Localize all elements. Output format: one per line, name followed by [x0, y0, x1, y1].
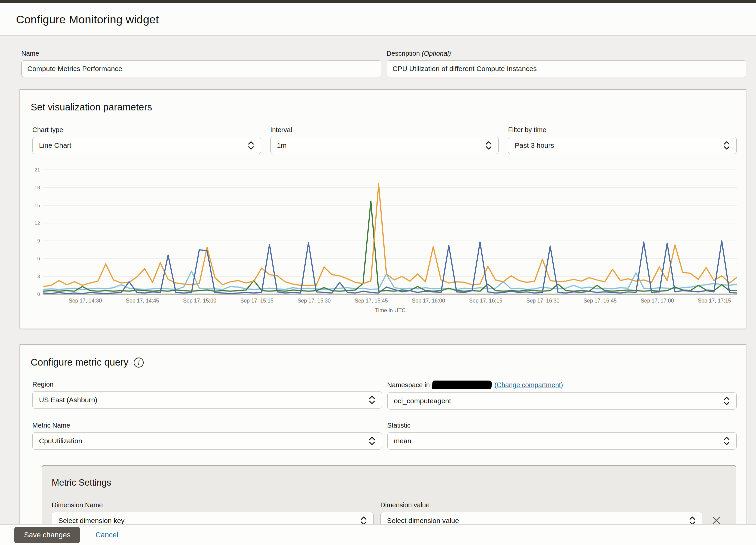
namespace-value: oci_computeagent: [394, 397, 451, 405]
region-namespace-row: Region US East (Ashburn) Namespace in (C…: [32, 381, 737, 410]
chevron-up-down-icon: [247, 140, 255, 150]
chart-type-label: Chart type: [32, 126, 261, 134]
statistic-label: Statistic: [387, 422, 737, 429]
svg-text:Sep 17, 14:30: Sep 17, 14:30: [69, 298, 102, 304]
dimension-name-group: Dimension Name Select dimension key: [52, 501, 374, 524]
metric-name-group: Metric Name CpuUtilization: [32, 422, 382, 450]
chart-type-group: Chart type Line Chart: [32, 126, 261, 154]
close-icon: [711, 515, 721, 525]
line-chart-svg: 036912151821Sep 17, 14:30Sep 17, 14:45Se…: [31, 163, 737, 315]
optional-suffix: (Optional): [422, 50, 451, 57]
metric-name-select[interactable]: CpuUtilization: [32, 432, 382, 450]
dimension-value-select[interactable]: Select dimension value: [380, 512, 702, 524]
metric-query-section-title: Configure metric query: [31, 357, 128, 368]
svg-text:21: 21: [34, 167, 40, 172]
dimension-value-placeholder: Select dimension value: [387, 517, 459, 524]
namespace-label-row: Namespace in (Change compartment): [387, 381, 737, 389]
chevron-up-down-icon: [360, 516, 367, 524]
svg-text:Sep 17, 16:00: Sep 17, 16:00: [412, 298, 445, 304]
interval-label: Interval: [270, 126, 499, 134]
svg-text:6: 6: [37, 255, 40, 261]
dialog-header: Configure Monitoring widget: [0, 3, 756, 36]
dimension-value-group: Dimension value Select dimension value: [380, 501, 702, 524]
svg-text:3: 3: [37, 274, 40, 279]
metric-settings-panel: Metric Settings Dimension Name Select di…: [42, 465, 736, 524]
window-top-bar: [0, 0, 756, 3]
metric-name-label: Metric Name: [32, 422, 382, 429]
page-title: Configure Monitoring widget: [16, 13, 159, 26]
change-compartment-link[interactable]: (Change compartment): [494, 381, 563, 389]
name-input[interactable]: [21, 60, 381, 77]
region-select[interactable]: US East (Ashburn): [32, 391, 382, 409]
description-label: Description (Optional): [387, 50, 747, 57]
save-changes-button[interactable]: Save changes: [14, 527, 80, 543]
svg-text:18: 18: [34, 184, 40, 190]
metric-name-value: CpuUtilization: [39, 437, 82, 445]
svg-text:Time in UTC: Time in UTC: [375, 307, 406, 313]
metrics-line-chart: 036912151821Sep 17, 14:30Sep 17, 14:45Se…: [31, 163, 737, 315]
remove-dimension-button[interactable]: [709, 513, 724, 524]
namespace-group: Namespace in (Change compartment) oci_co…: [387, 381, 737, 410]
metric-statistic-row: Metric Name CpuUtilization Statistic mea…: [32, 422, 737, 450]
svg-text:15: 15: [34, 202, 40, 208]
chevron-up-down-icon: [368, 436, 376, 446]
chevron-up-down-icon: [485, 140, 492, 150]
dimension-name-select[interactable]: Select dimension key: [52, 512, 374, 524]
visualization-section-title: Set visualization parameters: [31, 102, 737, 113]
metric-settings-title: Metric Settings: [52, 478, 726, 488]
dimension-name-label: Dimension Name: [52, 501, 374, 509]
svg-text:Sep 17, 17:00: Sep 17, 17:00: [641, 298, 674, 304]
redacted-compartment-name: [432, 381, 492, 389]
region-label: Region: [32, 381, 382, 388]
namespace-select[interactable]: oci_computeagent: [387, 392, 737, 410]
svg-text:Sep 17, 16:45: Sep 17, 16:45: [583, 298, 617, 304]
dialog-body: Name Description (Optional) Set visualiz…: [0, 36, 756, 524]
svg-text:Sep 17, 15:30: Sep 17, 15:30: [297, 298, 331, 304]
svg-text:Sep 17, 15:00: Sep 17, 15:00: [183, 298, 216, 304]
metric-query-title-row: Configure metric query i: [31, 357, 737, 368]
region-value: US East (Ashburn): [39, 396, 97, 404]
chart-type-value: Line Chart: [39, 141, 71, 149]
interval-group: Interval 1m: [270, 126, 499, 154]
interval-select[interactable]: 1m: [270, 137, 499, 154]
svg-text:Sep 17, 14:45: Sep 17, 14:45: [126, 298, 159, 304]
svg-text:Sep 17, 17:15: Sep 17, 17:15: [698, 298, 731, 304]
description-input[interactable]: [387, 60, 747, 77]
chevron-up-down-icon: [689, 516, 696, 524]
interval-value: 1m: [277, 141, 287, 149]
svg-text:Sep 17, 15:15: Sep 17, 15:15: [240, 298, 274, 304]
chevron-up-down-icon: [723, 436, 730, 446]
svg-text:9: 9: [37, 238, 40, 243]
cancel-link[interactable]: Cancel: [95, 531, 118, 539]
filter-by-time-group: Filter by time Past 3 hours: [508, 126, 737, 154]
visualization-parameters-card: Set visualization parameters Chart type …: [19, 89, 746, 329]
description-field-group: Description (Optional): [387, 50, 747, 77]
svg-text:0: 0: [37, 291, 40, 297]
dimension-row: Dimension Name Select dimension key Dime…: [52, 501, 726, 524]
svg-text:Sep 17, 15:45: Sep 17, 15:45: [355, 298, 388, 304]
chart-type-select[interactable]: Line Chart: [32, 137, 261, 154]
name-field-group: Name: [21, 50, 381, 77]
chevron-up-down-icon: [723, 396, 730, 406]
dimension-value-label: Dimension value: [380, 501, 702, 509]
svg-text:Sep 17, 16:15: Sep 17, 16:15: [469, 298, 502, 304]
dimension-name-placeholder: Select dimension key: [58, 517, 124, 524]
filter-by-time-value: Past 3 hours: [515, 141, 554, 149]
chevron-up-down-icon: [723, 140, 730, 150]
name-description-row: Name Description (Optional): [21, 50, 746, 77]
filter-by-time-label: Filter by time: [508, 126, 737, 134]
dialog-footer: Save changes Cancel: [0, 524, 756, 545]
svg-text:12: 12: [34, 220, 40, 226]
name-label: Name: [21, 50, 381, 57]
visualization-selects-row: Chart type Line Chart Interval 1m: [32, 126, 737, 154]
statistic-value: mean: [394, 437, 412, 445]
namespace-label: Namespace in: [387, 381, 430, 389]
statistic-select[interactable]: mean: [387, 432, 737, 450]
statistic-group: Statistic mean: [387, 422, 737, 450]
metric-query-card: Configure metric query i Region US East …: [19, 344, 746, 524]
info-icon[interactable]: i: [134, 358, 144, 368]
chevron-up-down-icon: [368, 395, 376, 405]
region-group: Region US East (Ashburn): [32, 381, 382, 410]
svg-text:Sep 17, 16:30: Sep 17, 16:30: [526, 298, 560, 304]
filter-by-time-select[interactable]: Past 3 hours: [508, 137, 737, 154]
